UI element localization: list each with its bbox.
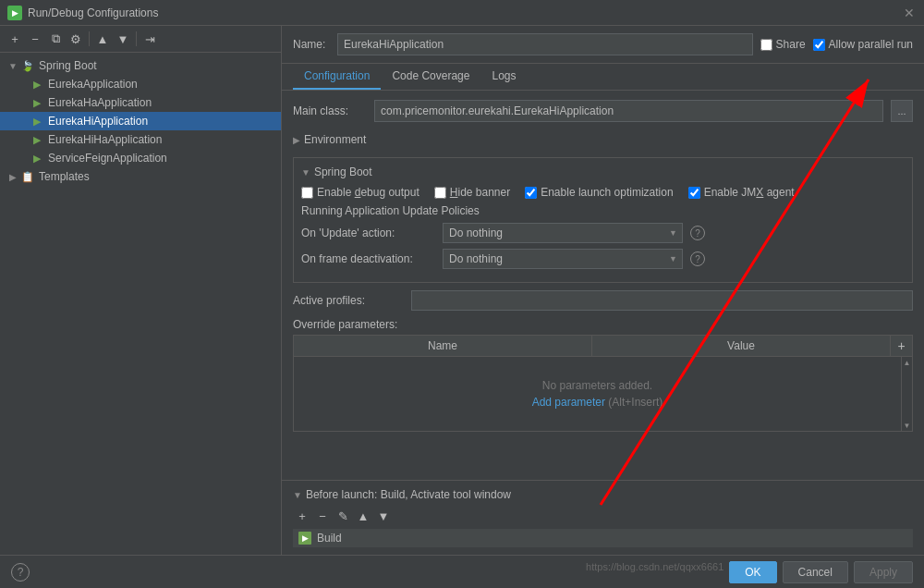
before-launch-up-button[interactable]: ▲	[354, 507, 372, 525]
tree-item-service-feign[interactable]: ▶ ServiceFeignApplication	[0, 149, 281, 167]
allow-parallel-label: Allow parallel run	[829, 38, 913, 51]
browse-button[interactable]: ...	[891, 100, 913, 122]
tree-templates-group[interactable]: ▶ 📋 Templates	[0, 167, 281, 186]
help-button[interactable]: ?	[11, 563, 30, 582]
name-label: Name:	[293, 38, 330, 51]
enable-debug-label: Enable debug output	[317, 186, 419, 199]
ok-button[interactable]: OK	[729, 561, 776, 583]
add-param-link[interactable]: Add parameter	[532, 396, 605, 409]
tree-spring-boot-group[interactable]: ▼ 🍃 Spring Boot	[0, 56, 281, 75]
environment-toggle-icon: ▶	[293, 135, 300, 145]
remove-config-button[interactable]: −	[26, 30, 44, 48]
hide-banner-label: Hide banner	[450, 186, 510, 199]
title-bar: ▶ Run/Debug Configurations ✕	[0, 0, 924, 26]
add-param-button[interactable]: +	[890, 336, 912, 356]
before-launch-remove-button[interactable]: −	[313, 507, 332, 525]
spring-boot-toggle-icon: ▼	[301, 167, 310, 178]
bottom-left: ?	[11, 563, 578, 582]
build-icon: ▶	[298, 532, 311, 545]
left-toolbar: + − ⧉ ⚙ ▲ ▼ ⇥	[0, 26, 281, 53]
before-launch-build-item: ▶ Build	[293, 529, 913, 547]
enable-jmx-checkbox[interactable]	[688, 187, 700, 199]
before-launch-toolbar: + − ✎ ▲ ▼	[293, 507, 913, 525]
hide-banner-item: Hide banner	[434, 186, 510, 199]
move-down-button[interactable]: ▼	[114, 30, 132, 48]
profiles-input[interactable]	[411, 290, 913, 311]
frame-deactivation-select-wrapper: Do nothing Update resources Update class…	[443, 249, 683, 269]
run-config-icon: ▶	[30, 77, 44, 92]
params-name-col-header: Name	[294, 336, 592, 356]
copy-config-button[interactable]: ⧉	[46, 30, 65, 48]
move-up-button[interactable]: ▲	[93, 30, 112, 48]
share-checkbox[interactable]	[760, 39, 772, 51]
enable-launch-label: Enable launch optimization	[541, 186, 673, 199]
params-table-container: Name Value + No parameters added. Add pa…	[293, 335, 913, 432]
tree-item-label: ServiceFeignApplication	[48, 152, 167, 165]
empty-params-text: No parameters added.	[542, 379, 652, 392]
add-config-button[interactable]: +	[6, 30, 24, 48]
tab-configuration[interactable]: Configuration	[293, 64, 381, 90]
update-action-select-wrapper: Do nothing Update resources Update class…	[443, 223, 683, 243]
profiles-label: Active profiles:	[293, 294, 404, 307]
tree-item-eureka-hi[interactable]: ▶ EurekaHiApplication	[0, 112, 281, 130]
main-class-input[interactable]	[374, 100, 883, 122]
settings-button[interactable]: ⚙	[67, 30, 85, 48]
name-input[interactable]	[337, 33, 753, 55]
update-action-select[interactable]: Do nothing Update resources Update class…	[443, 223, 683, 243]
cancel-button[interactable]: Cancel	[783, 561, 848, 583]
share-checkbox-container: Share	[760, 38, 806, 51]
run-config-icon: ▶	[30, 95, 44, 110]
tree-item-eureka-ha[interactable]: ▶ EurekaHaApplication	[0, 93, 281, 112]
update-action-label: On 'Update' action:	[301, 227, 435, 239]
before-launch-down-button[interactable]: ▼	[374, 507, 393, 525]
params-value-col-header: Value	[592, 336, 890, 356]
frame-deactivation-label: On frame deactivation:	[301, 252, 435, 265]
add-param-row: Add parameter (Alt+Insert)	[532, 396, 663, 409]
tree-item-label: EurekaHaApplication	[48, 96, 152, 109]
tab-logs[interactable]: Logs	[480, 64, 527, 90]
update-action-help-icon[interactable]: ?	[690, 226, 705, 240]
before-launch-add-button[interactable]: +	[293, 507, 311, 525]
spring-boot-checkboxes: Enable debug output Hide banner Enable l…	[301, 186, 905, 199]
sort-button[interactable]: ⇥	[140, 30, 159, 48]
hide-banner-checkbox[interactable]	[434, 187, 446, 199]
window-title: Run/Debug Configurations	[28, 6, 902, 19]
scroll-up-arrow[interactable]: ▲	[902, 357, 913, 368]
active-profiles-row: Active profiles:	[293, 290, 913, 311]
main-class-label: Main class:	[293, 104, 367, 117]
run-config-icon: ▶	[30, 132, 44, 147]
bottom-right: https://blog.csdn.net/qqxx6661 OK Cancel…	[578, 561, 913, 583]
watermark: https://blog.csdn.net/qqxx6661	[586, 561, 723, 583]
tree-item-eureka-hiha[interactable]: ▶ EurekaHiHaApplication	[0, 130, 281, 149]
expand-icon: ▶	[7, 171, 18, 182]
frame-deactivation-help-icon[interactable]: ?	[690, 251, 705, 266]
enable-debug-checkbox[interactable]	[301, 187, 313, 199]
environment-label: Environment	[304, 133, 366, 146]
tree-item-eureka-application[interactable]: ▶ EurekaApplication	[0, 75, 281, 93]
scroll-down-arrow[interactable]: ▼	[902, 420, 913, 431]
params-scrollbar: ▲ ▼	[901, 357, 912, 431]
params-table-header: Name Value +	[294, 336, 912, 357]
before-launch-header: ▼ Before launch: Build, Activate tool wi…	[293, 488, 913, 501]
environment-header[interactable]: ▶ Environment	[293, 129, 913, 150]
before-launch-label: Before launch: Build, Activate tool wind…	[306, 488, 511, 501]
tree-item-label: EurekaApplication	[48, 78, 138, 91]
before-launch-edit-button[interactable]: ✎	[334, 507, 352, 525]
toolbar-separator-2	[136, 31, 137, 46]
frame-deactivation-select[interactable]: Do nothing Update resources Update class…	[443, 249, 683, 269]
apply-button[interactable]: Apply	[854, 561, 913, 583]
tab-code-coverage[interactable]: Code Coverage	[381, 64, 480, 90]
close-button[interactable]: ✕	[902, 6, 917, 20]
name-row: Name: Share Allow parallel run	[282, 26, 924, 64]
build-item-label: Build	[317, 532, 342, 545]
spring-boot-section-header[interactable]: ▼ Spring Boot	[301, 165, 905, 178]
run-config-icon: ▶	[30, 151, 44, 165]
enable-jmx-item: Enable JMX agent	[688, 186, 795, 199]
config-content: Main class: ... ▶ Environment ▼ Spring B…	[282, 91, 924, 480]
enable-launch-checkbox[interactable]	[525, 187, 537, 199]
allow-parallel-checkbox[interactable]	[813, 39, 825, 51]
share-label: Share	[776, 38, 806, 51]
tree-item-label: EurekaHiApplication	[48, 115, 148, 128]
enable-debug-item: Enable debug output	[301, 186, 419, 199]
spring-boot-group-label: Spring Boot	[39, 59, 97, 72]
